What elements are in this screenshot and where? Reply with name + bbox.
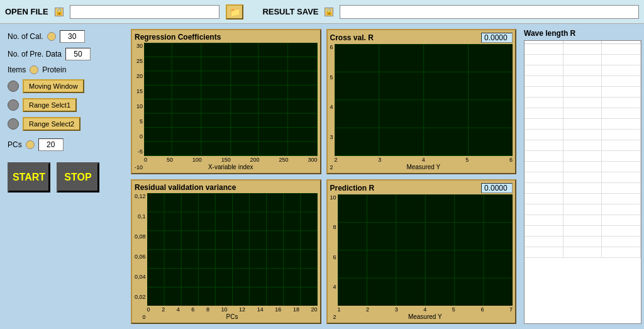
wave-col-1 [525,41,564,43]
cross-val-r-label: Cross val. R [330,33,374,42]
wave-table-cell [564,65,602,75]
wave-table-cell [525,140,564,150]
wave-col-2 [564,41,602,43]
moving-window-circle[interactable] [8,81,19,92]
wave-table-row [525,215,641,226]
wave-table-cell [564,108,602,118]
prediction-wrapper: 10 8 6 4 2 [330,194,513,321]
wave-table-body [525,44,641,314]
wave-table-cell [525,194,564,204]
range-select2-button[interactable]: Range Select2 [23,117,80,131]
wave-table-cell [602,162,641,172]
wave-table-row [525,98,641,108]
wave-table-cell [525,65,564,75]
wave-table-cell [602,204,641,215]
wave-table-row [525,76,641,87]
pcs-row: PCs 20 [8,138,118,151]
regression-chart-wrapper: 30 25 20 15 10 5 0 -5 -10 [135,43,318,170]
wave-col-3 [602,41,641,43]
items-icon [30,65,38,74]
charts-area: Regression Coefficients 30 25 20 15 10 5… [126,24,521,329]
regression-title-row: Regression Coefficients [135,33,318,42]
residual-title: Residual validation variance [135,183,236,192]
wave-table-cell [602,44,641,54]
wave-table-cell [525,204,564,215]
prediction-r-value[interactable]: 0.0000 [481,183,513,193]
open-file-label: OPEN FILE [5,7,48,16]
range-select2-row: Range Select2 [8,117,118,131]
range-select1-circle[interactable] [8,99,19,111]
regression-y-ticks: 30 25 20 15 10 5 0 -5 -10 [135,43,144,170]
start-stop-row: START STOP [8,162,118,192]
pcs-value[interactable]: 20 [38,138,64,151]
no-of-cal-icon [47,32,56,41]
wave-table-cell [564,44,602,54]
range-select1-button[interactable]: Range Selct1 [23,98,77,112]
wave-table-cell [602,151,641,161]
range-select2-circle[interactable] [8,118,19,130]
wave-table-cell [564,151,602,161]
wave-table-row [525,183,641,194]
moving-window-button[interactable]: Moving Window [23,79,84,93]
wave-table-cell [602,226,641,236]
wave-table-cell [564,119,602,129]
no-of-cal-value[interactable]: 30 [60,30,85,43]
no-of-cal-label: No. of Cal. [8,32,43,41]
wave-table-row [525,194,641,204]
wave-table-cell [602,140,641,150]
residual-x-labels: 0 2 4 6 8 10 12 14 16 18 20 [147,306,318,313]
result-save-input[interactable] [340,5,639,19]
wave-table-cell [564,183,602,193]
wave-table-cell [525,162,564,172]
cross-val-x-labels: 2 3 4 5 6 [335,156,513,164]
start-button[interactable]: START [8,162,50,192]
wave-table-cell [525,237,564,247]
residual-inner: 0 2 4 6 8 10 12 14 16 18 20 PCs [147,193,318,321]
wave-table-cell [602,247,641,257]
stop-button[interactable]: STOP [57,162,99,192]
items-label: Items [8,65,26,74]
wave-table-cell [602,98,641,108]
result-save-lock-icon: 🔒 [325,8,333,16]
no-of-pre-row: No. of Pre. Data 50 [8,48,118,60]
no-of-pre-value[interactable]: 50 [65,48,91,60]
no-of-cal-row: No. of Cal. 30 [8,30,118,43]
open-file-input[interactable] [70,5,220,19]
cross-val-wrapper: 6 5 4 3 2 [330,44,513,170]
wave-table-cell [564,55,602,65]
prediction-x-labels: 1 2 3 4 5 6 7 [338,306,513,313]
wave-title-row: Wave length R [524,29,641,40]
range-select1-row: Range Selct1 [8,98,118,112]
wave-table-cell [525,98,564,108]
wave-table-row [525,172,641,183]
wave-table-cell [602,215,641,225]
cross-val-r-value[interactable]: 0.0000 [481,33,513,43]
cross-val-plot [335,44,513,156]
regression-plot [144,43,317,156]
wave-table-cell [564,204,602,215]
wave-table-cell [602,65,641,75]
wave-table-cell [602,87,641,97]
wave-table-cell [525,55,564,65]
wave-table-row [525,162,641,172]
wave-table-cell [564,172,602,182]
moving-window-row: Moving Window [8,79,118,93]
wave-table-cell [564,237,602,247]
regression-chart-inner: 0 50 100 150 200 250 300 X-variable inde… [144,43,317,170]
open-file-button[interactable]: 📁 [226,4,243,20]
cross-val-title-row: Cross val. R 0.0000 [330,33,513,43]
wave-table-row [525,44,641,55]
residual-x-title: PCs [147,313,318,320]
items-value: Protein [42,65,66,74]
regression-coefficients-chart: Regression Coefficients 30 25 20 15 10 5… [131,29,321,174]
open-file-lock-icon: 🔒 [55,8,64,16]
wave-table-row [525,65,641,76]
regression-x-title: X-variable index [144,164,317,170]
pcs-icon [26,140,35,149]
wave-table-cell [602,108,641,118]
cross-val-x-title: Measured Y [335,164,513,170]
result-save-label: RESULT SAVE [262,7,318,16]
wave-table-cell [602,237,641,247]
wave-table-row [525,204,641,215]
residual-y-ticks: 0,12 0,1 0,08 0,06 0,04 0,02 0 [135,193,147,321]
